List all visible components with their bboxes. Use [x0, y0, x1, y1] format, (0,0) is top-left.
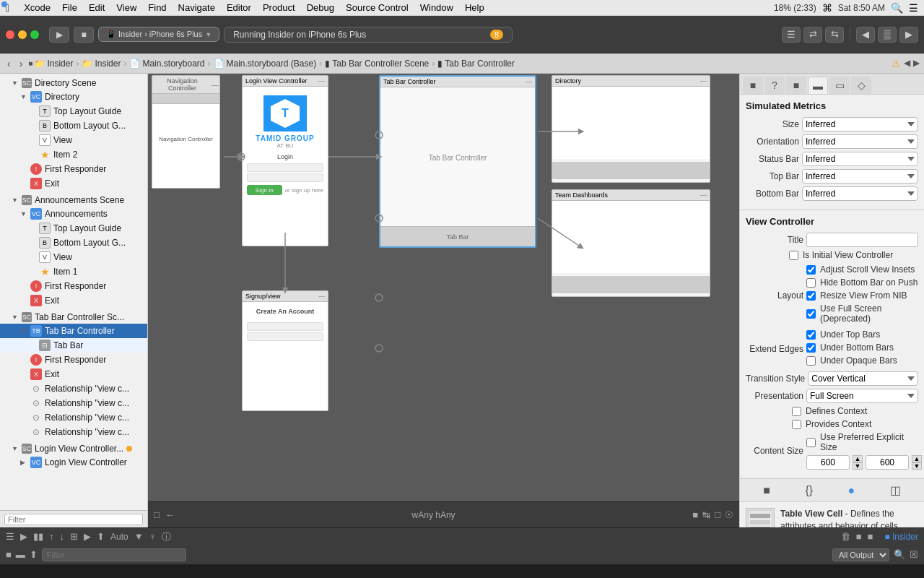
- send-icon[interactable]: ▶: [84, 531, 91, 542]
- bottom-bar-select[interactable]: Inferred: [802, 186, 918, 201]
- editor-version-icon[interactable]: ⇆: [825, 27, 844, 43]
- under-bottom-bars-checkbox[interactable]: [806, 343, 816, 353]
- zoom-fit-icon[interactable]: ↹: [702, 509, 710, 520]
- file-obj-icon[interactable]: ■: [763, 484, 770, 497]
- preferred-size-checkbox[interactable]: [806, 438, 816, 447]
- inspector-toggle[interactable]: ▶: [899, 27, 918, 43]
- sidebar-item-bot-layout-dir[interactable]: ▶ B Bottom Layout G...: [0, 118, 147, 133]
- width-input[interactable]: [806, 455, 850, 470]
- grid-icon2[interactable]: ■: [868, 531, 873, 542]
- width-down[interactable]: ▼: [853, 462, 863, 470]
- sidebar-item-bot-layout-ann[interactable]: ▶ B Bottom Layout G...: [0, 236, 147, 250]
- nav-controller-frame[interactable]: Navigation Controller — Navigation Contr…: [152, 75, 220, 189]
- eye-icon[interactable]: ♀: [149, 531, 157, 542]
- tab-bar-controller-frame[interactable]: Tab Bar Controller — Tab Bar Tab Bar Con…: [379, 75, 536, 248]
- grid-icon1[interactable]: ■: [856, 531, 862, 542]
- output-clear-icon[interactable]: ☒: [910, 549, 918, 560]
- sidebar-item-item1[interactable]: ▶ ★ Item 1: [0, 264, 147, 279]
- close-button[interactable]: [6, 30, 14, 39]
- menu-help[interactable]: Help: [459, 2, 490, 13]
- run-button[interactable]: ▶: [49, 27, 69, 43]
- login-frame[interactable]: Login View Controller — T TAMID GROUP AT…: [242, 75, 328, 246]
- tab-identity[interactable]: ■: [786, 77, 806, 94]
- bc-tabscene[interactable]: ▮ Tab Bar Controller Scene: [325, 59, 429, 69]
- defines-context-checkbox[interactable]: [792, 407, 801, 416]
- maximize-button[interactable]: [30, 30, 39, 39]
- nav-back[interactable]: ‹: [4, 58, 14, 69]
- sidebar-item-view-ann[interactable]: ▶ V View: [0, 250, 147, 264]
- sidebar-item-tab-vc[interactable]: ▼ TB Tab Bar Controller: [0, 324, 147, 338]
- debug-toggle[interactable]: ▒: [878, 27, 897, 43]
- sidebar-item-rel4[interactable]: ▶ ⊙ Relationship "view c...: [0, 425, 147, 439]
- output-search-icon[interactable]: 🔍: [894, 549, 905, 560]
- under-top-bars-checkbox[interactable]: [806, 330, 816, 340]
- tab-attributes[interactable]: ▬: [808, 77, 828, 94]
- menu-view[interactable]: View: [110, 2, 142, 13]
- nav-left[interactable]: ◀: [904, 58, 910, 69]
- bc-insider1[interactable]: 📁 Insider: [34, 59, 73, 69]
- sidebar-item-exit-ann[interactable]: ▶ X Exit: [0, 293, 147, 308]
- signup-frame[interactable]: Signup/view — Create An Account: [242, 290, 328, 411]
- directory-frame[interactable]: Directory —: [552, 75, 710, 183]
- output-type-select[interactable]: All Output: [832, 548, 889, 561]
- bc-mainstorybase[interactable]: 📄 Main.storyboard (Base): [214, 59, 317, 69]
- team-dashboard-frame[interactable]: Team Dashboards —: [552, 189, 710, 297]
- sidebar-item-directory-scene[interactable]: ▼ SC Directory Scene: [0, 77, 147, 90]
- sidebar-item-exit-dir[interactable]: ▶ X Exit: [0, 176, 147, 191]
- adjust-scroll-checkbox[interactable]: [806, 265, 816, 275]
- bc-tabvc[interactable]: ▮ Tab Bar Controller: [437, 59, 515, 69]
- bracket-obj-icon[interactable]: {}: [805, 484, 813, 497]
- sidebar-item-exit-tab[interactable]: ▶ X Exit: [0, 367, 147, 381]
- down-icon[interactable]: ↓: [60, 531, 65, 542]
- tab-file[interactable]: ■: [743, 77, 763, 94]
- bc-related-icon[interactable]: ■: [28, 59, 32, 67]
- up-icon[interactable]: ↑: [49, 531, 54, 542]
- nav-warning-icon[interactable]: ⚠: [892, 58, 901, 69]
- zoom-icon[interactable]: □: [154, 509, 160, 520]
- jump-icon[interactable]: ⬆: [30, 549, 38, 560]
- sidebar-item-first-dir[interactable]: ▶ ! First Responder: [0, 162, 147, 176]
- title-input[interactable]: [806, 233, 918, 247]
- sidebar-item-first-ann[interactable]: ▶ ! First Responder: [0, 279, 147, 293]
- close-icon[interactable]: —: [700, 191, 707, 199]
- sidebar-item-login-vc[interactable]: ▶ VC Login View Controller: [0, 455, 147, 470]
- sidebar-item-top-layout-ann[interactable]: ▶ T Top Layout Guide: [0, 221, 147, 236]
- sidebar-item-tab-scene[interactable]: ▼ SC Tab Bar Controller Sc...: [0, 311, 147, 324]
- presentation-select[interactable]: Full Screen: [806, 389, 918, 403]
- editor-assistant-icon[interactable]: ⇄: [803, 27, 822, 43]
- close-icon[interactable]: —: [700, 77, 707, 85]
- size-select[interactable]: Inferred: [802, 117, 918, 131]
- menu-window[interactable]: Window: [414, 2, 459, 13]
- sidebar-item-ann[interactable]: ▼ VC Announcements: [0, 207, 147, 221]
- provides-context-checkbox[interactable]: [792, 420, 801, 429]
- orientation-icon[interactable]: ←: [165, 509, 175, 520]
- menu-xcode[interactable]: Xcode: [18, 2, 56, 13]
- menu-source-control[interactable]: Source Control: [340, 2, 414, 13]
- navigator-toggle[interactable]: ◀: [856, 27, 875, 43]
- menu-find[interactable]: Find: [142, 2, 172, 13]
- circle-obj-icon[interactable]: ●: [848, 484, 855, 497]
- menu-file[interactable]: File: [56, 2, 83, 13]
- width-up[interactable]: ▲: [853, 455, 863, 462]
- sidebar-item-login-scene[interactable]: ▼ SC Login View Controller...: [0, 442, 147, 455]
- height-up[interactable]: ▲: [912, 455, 922, 462]
- menu-product[interactable]: Product: [257, 2, 301, 13]
- height-input[interactable]: [866, 455, 909, 470]
- sidebar-item-rel3[interactable]: ▶ ⊙ Relationship "view c...: [0, 410, 147, 425]
- transition-select[interactable]: Cover Vertical: [808, 371, 918, 386]
- split-icon[interactable]: ▮▮: [33, 531, 43, 542]
- use-full-screen-checkbox[interactable]: [806, 309, 816, 319]
- height-down[interactable]: ▼: [912, 462, 922, 470]
- output-filter-input[interactable]: [42, 548, 186, 561]
- sidebar-item-first-tab[interactable]: ▶ ! First Responder: [0, 353, 147, 367]
- menu-editor[interactable]: Editor: [221, 2, 257, 13]
- top-bar-select[interactable]: Inferred: [802, 169, 918, 184]
- sidebar-item-item2[interactable]: ▶ ★ Item 2: [0, 147, 147, 162]
- nav-toggle-icon[interactable]: ☰: [6, 531, 14, 542]
- sidebar-item-top-layout-dir[interactable]: ▶ T Top Layout Guide: [0, 104, 147, 118]
- resolve-icon[interactable]: ☉: [725, 509, 733, 520]
- sidebar-item-ann-scene[interactable]: ▼ SC Announcements Scene: [0, 194, 147, 207]
- sidebar-item-tab-bar[interactable]: ▶ ⊟ Tab Bar: [0, 338, 147, 353]
- auto-chevron[interactable]: ▼: [134, 531, 144, 542]
- editor-standard-icon[interactable]: ☰: [782, 27, 801, 43]
